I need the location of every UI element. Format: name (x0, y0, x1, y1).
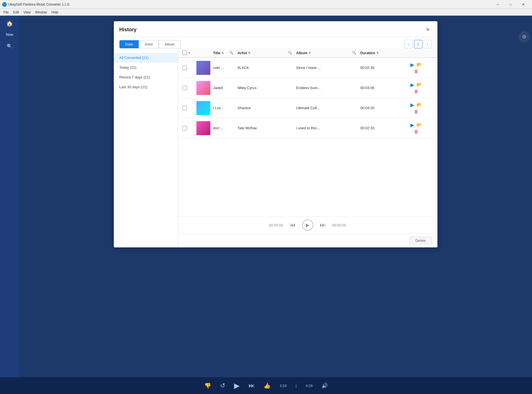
row-3-folder-button[interactable]: 📂 (417, 102, 422, 108)
bottom-thumbdown-button[interactable]: 👎 (204, 382, 211, 389)
table-row: I Lov... Shanice Ultimate Coll... 00:04:… (178, 98, 437, 118)
table-body: cold ... 6LACK Since I Have ... 00:02:35… (178, 58, 437, 216)
menu-help[interactable]: Help (49, 10, 61, 15)
player-bar: 00:00:00 ⏮ ▶ ⏭ 00:00:00 (178, 216, 437, 233)
pagination-current[interactable]: 1 (414, 40, 422, 48)
row-3-play-button[interactable]: ▶ (410, 102, 414, 108)
duration-sort-icon[interactable]: ⇅ (376, 51, 379, 54)
sidebar-now-label: Now (3, 30, 16, 39)
col-title: Title ⇅ (213, 51, 229, 55)
bottom-thumbup-button[interactable]: 👍 (264, 382, 271, 389)
album-search-icon[interactable]: 🔍 (352, 51, 356, 55)
title-search-icon[interactable]: 🔍 (229, 51, 233, 55)
sidebar-search-icon[interactable]: 🔍 (4, 41, 15, 51)
footer-bar: Delete (178, 233, 437, 247)
bottom-time-separator: | (296, 384, 297, 388)
tab-artist[interactable]: Artist (139, 40, 159, 48)
filter-last-30[interactable]: Last 30 days (21) (114, 82, 178, 92)
player-time-start: 00:00:00 (269, 223, 283, 227)
menu-bar: File Edit View Window Help (0, 9, 532, 16)
row-4-thumbnail (196, 121, 210, 135)
maximize-button[interactable]: □ (504, 0, 517, 9)
pagination-next[interactable]: › (423, 40, 432, 48)
minimize-button[interactable]: ─ (491, 0, 504, 9)
app-title: UkeySoft Pandora Music Converter 1.1.0 (8, 3, 491, 6)
row-3-actions: ▶ 📂 🗑 (399, 102, 433, 114)
dialog-body: All Converted (21) Today (21) Recent 7 d… (114, 48, 437, 247)
artist-search-icon[interactable]: 🔍 (288, 51, 292, 55)
row-3-delete-button[interactable]: 🗑 (414, 109, 418, 114)
row-2-duration: 00:03:06 (360, 86, 399, 90)
player-next-button[interactable]: ⏭ (318, 220, 328, 230)
filter-today[interactable]: Today (21) (114, 63, 178, 72)
row-1-title: cold ... (213, 66, 229, 70)
window-close-button[interactable]: ✕ (517, 0, 530, 9)
bottom-skip-button[interactable]: ⏭ (249, 382, 255, 389)
row-4-artist: Tate McRae (238, 126, 288, 130)
row-2-thumbnail (196, 81, 210, 95)
row-4-actions: ▶ 📂 🗑 (399, 122, 433, 134)
tab-album[interactable]: Album (159, 40, 181, 48)
row-2-delete-button[interactable]: 🗑 (414, 89, 418, 94)
select-all-area: ▼ (182, 51, 196, 55)
row-2-checkbox[interactable] (182, 86, 187, 90)
col-artist: Artist ⇅ (238, 51, 288, 55)
row-4-delete-button[interactable]: 🗑 (414, 129, 418, 134)
menu-file[interactable]: File (1, 10, 11, 15)
row-4-checkbox[interactable] (182, 126, 187, 130)
player-time-end: 00:00:00 (332, 223, 346, 227)
bottom-play-button[interactable]: ▶ (234, 381, 240, 390)
row-4-play-button[interactable]: ▶ (410, 122, 414, 128)
row-1-folder-button[interactable]: 📂 (417, 62, 422, 67)
select-all-arrow[interactable]: ▼ (188, 51, 191, 54)
history-dialog: History ✕ Date Artist Album ‹ 1 › (114, 21, 437, 247)
menu-window[interactable]: Window (33, 10, 49, 15)
artist-sort-icon[interactable]: ⇅ (248, 51, 250, 54)
album-sort-icon[interactable]: ⇅ (309, 51, 311, 54)
row-1-delete-button[interactable]: 🗑 (414, 69, 418, 74)
row-1-checkbox[interactable] (182, 66, 187, 70)
row-1-actions: ▶ 📂 🗑 (399, 62, 433, 74)
row-4-title: don'... (213, 126, 229, 130)
player-play-button[interactable]: ▶ (302, 219, 313, 231)
table-row: don'... Tate McRae i used to thin... 00:… (178, 118, 437, 138)
table-row: Jaded Miley Cyrus Endless Sum... 00:03:0… (178, 78, 437, 98)
col-album-search[interactable]: 🔍 (352, 51, 360, 55)
col-title-search[interactable]: 🔍 (229, 51, 238, 55)
filter-recent-7[interactable]: Recent 7 days (21) (114, 72, 178, 82)
row-3-checkbox[interactable] (182, 106, 187, 110)
row-4-folder-button[interactable]: 📂 (417, 122, 422, 128)
menu-view[interactable]: View (21, 10, 33, 15)
row-3-artist: Shanice (238, 106, 288, 110)
row-2-play-button[interactable]: ▶ (410, 82, 414, 88)
pagination-prev[interactable]: ‹ (405, 40, 413, 48)
table-header: ▼ Title ⇅ 🔍 Artist (178, 48, 437, 58)
col-duration: Duration ⇅ (360, 51, 399, 55)
bottom-bar: 👎 ↺ ▶ ⏭ 👍 3:28 | 4:29 🔊 (0, 377, 532, 394)
window-controls: ─ □ ✕ (491, 0, 530, 9)
row-2-folder-button[interactable]: 📂 (417, 82, 422, 87)
row-1-album: Since I Have ... (296, 66, 352, 70)
dialog-header: History ✕ (114, 21, 437, 37)
player-prev-button[interactable]: ⏮ (288, 220, 298, 230)
bottom-replay-button[interactable]: ↺ (220, 382, 225, 389)
sidebar-home-icon[interactable]: 🏠 (4, 18, 15, 29)
tab-date[interactable]: Date (119, 40, 139, 48)
row-2-actions: ▶ 📂 🗑 (399, 82, 433, 94)
row-2-artist: Miley Cyrus (238, 86, 288, 90)
title-sort-icon[interactable]: ⇅ (222, 51, 224, 54)
bottom-volume-button[interactable]: 🔊 (322, 383, 328, 389)
app-icon: U (2, 2, 7, 7)
menu-edit[interactable]: Edit (11, 10, 21, 15)
bottom-time-current: 3:28 (280, 384, 287, 388)
row-1-play-button[interactable]: ▶ (410, 62, 414, 68)
pagination: ‹ 1 › (405, 40, 432, 48)
table-row: cold ... 6LACK Since I Have ... 00:02:35… (178, 58, 437, 78)
delete-button[interactable]: Delete (410, 237, 432, 245)
dialog-close-button[interactable]: ✕ (424, 26, 432, 34)
filter-all-converted[interactable]: All Converted (21) (114, 53, 178, 63)
select-all-checkbox[interactable] (182, 51, 187, 55)
row-3-thumbnail (196, 101, 210, 115)
tab-bar-row: Date Artist Album ‹ 1 › (114, 37, 437, 48)
col-artist-search[interactable]: 🔍 (288, 51, 296, 55)
